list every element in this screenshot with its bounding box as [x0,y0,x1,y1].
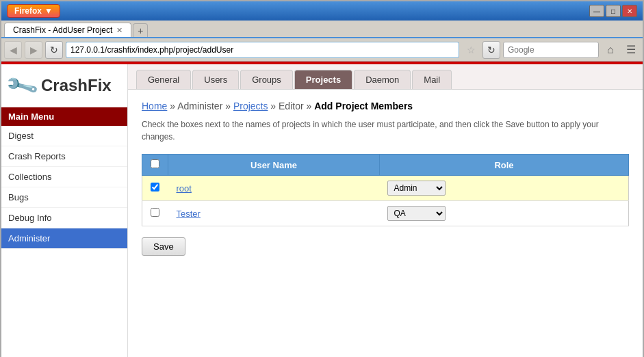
page-description: Check the boxes next to the names of pro… [142,118,629,143]
tab-title: CrashFix - AddUser Project [13,25,112,35]
close-button[interactable]: ✕ [622,5,637,17]
maximize-button[interactable]: □ [606,5,621,17]
minimize-button[interactable]: — [589,5,604,17]
users-table: User Name Role root [142,154,629,226]
sidebar-item-debug-info[interactable]: Debug Info [1,208,127,228]
table-row: Tester Admin QA Developer Reporter [142,201,629,226]
logo-area: 🔧 CrashFix [1,64,127,107]
table-row: root Admin QA Developer Reporter [142,176,629,201]
row-username: root [168,176,380,201]
page-content: 🔧 CrashFix Main Menu Digest Crash Report… [1,64,643,357]
breadcrumb-home[interactable]: Home [142,101,167,111]
tab-general[interactable]: General [136,70,191,89]
firefox-label: Firefox [14,6,42,16]
sidebar-item-bugs[interactable]: Bugs [1,187,127,208]
sidebar-item-digest[interactable]: Digest [1,126,127,146]
tab-groups[interactable]: Groups [240,70,293,89]
sidebar-menu-header: Main Menu [1,107,127,126]
save-button[interactable]: Save [142,237,185,256]
window-controls: — □ ✕ [589,5,637,17]
top-tabs: General Users Groups Projects Daemon Mai… [128,64,643,90]
new-tab-button[interactable]: + [133,23,148,37]
row-checkbox[interactable] [151,183,159,191]
firefox-dropdown-icon: ▼ [44,6,53,16]
reload-button[interactable]: ↻ [45,41,63,59]
sidebar-item-collections[interactable]: Collections [1,167,127,187]
forward-button[interactable]: ▶ [25,41,42,59]
row-username: Tester [168,201,380,226]
content-area: Home » Administer » Projects » Editor » … [128,90,643,267]
select-all-checkbox[interactable] [151,159,159,168]
breadcrumb-administer: Administer [177,101,222,111]
role-select[interactable]: Admin QA Developer Reporter [387,206,446,221]
url-bar[interactable] [66,42,459,58]
table-header-role: Role [379,155,628,176]
table-header-check [142,155,168,176]
tab-bar: CrashFix - AddUser Project ✕ + [1,21,643,38]
row-check-col [142,176,168,201]
back-button[interactable]: ◀ [4,41,22,59]
title-bar: Firefox ▼ — □ ✕ [1,1,643,21]
home-button[interactable]: ⌂ [602,41,619,59]
row-role: Admin QA Developer Reporter [379,176,628,201]
breadcrumb-editor: Editor [279,101,304,111]
tab-users[interactable]: Users [192,70,239,89]
sidebar-item-crash-reports[interactable]: Crash Reports [1,146,127,167]
logo-text: CrashFix [41,76,112,95]
breadcrumb-current: Add Project Members [314,101,413,111]
reload-button-2[interactable]: ↻ [482,41,500,59]
firefox-menu-button[interactable]: Firefox ▼ [7,4,60,18]
search-input[interactable] [503,42,599,58]
role-select[interactable]: Admin QA Developer Reporter [387,181,446,196]
row-check-col [142,201,168,226]
username-link[interactable]: Tester [177,209,201,219]
breadcrumb: Home » Administer » Projects » Editor » … [142,101,629,111]
table-header-username: User Name [168,155,380,176]
sidebar-item-administer[interactable]: Administer [1,228,127,249]
tab-projects[interactable]: Projects [294,70,352,89]
bookmark-icon[interactable]: ☆ [462,41,480,59]
tab-daemon[interactable]: Daemon [354,70,411,89]
navigation-bar: ◀ ▶ ↻ ☆ ↻ ⌂ ☰ [1,38,643,62]
tab-mail[interactable]: Mail [412,70,452,89]
row-role: Admin QA Developer Reporter [379,201,628,226]
sidebar: 🔧 CrashFix Main Menu Digest Crash Report… [1,64,128,357]
logo-wrench-icon: 🔧 [3,68,40,104]
tab-close-icon[interactable]: ✕ [116,26,123,35]
active-tab[interactable]: CrashFix - AddUser Project ✕ [4,23,131,37]
row-checkbox[interactable] [151,208,159,217]
browser-frame: Firefox ▼ — □ ✕ CrashFix - AddUser Proje… [0,0,644,357]
username-link[interactable]: root [177,183,192,194]
menu-button[interactable]: ☰ [622,41,640,59]
breadcrumb-projects[interactable]: Projects [233,101,268,111]
main-area: General Users Groups Projects Daemon Mai… [128,64,643,357]
